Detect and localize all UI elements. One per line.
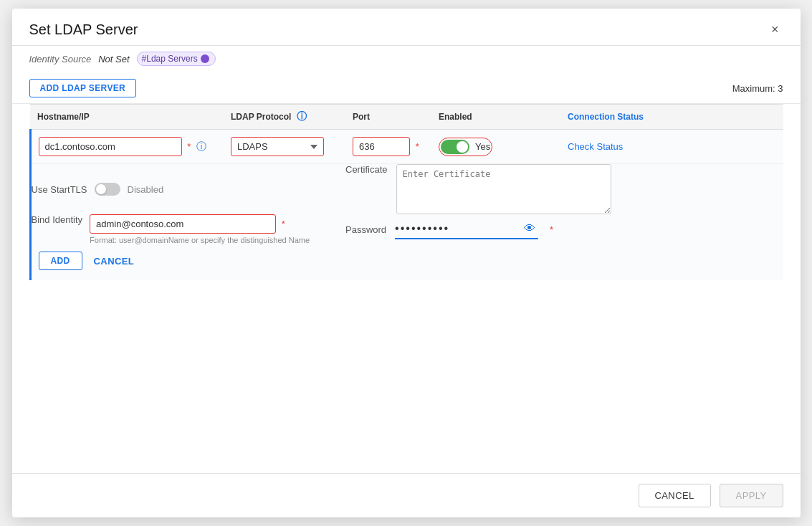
bind-identity-field-wrap: * Format: user@domainName or specify the…: [90, 214, 310, 244]
port-required-star: *: [416, 141, 419, 152]
enabled-toggle-border: Yes: [439, 138, 492, 156]
cancel-inline-button[interactable]: CANCEL: [94, 256, 135, 267]
footer-cancel-button[interactable]: CANCEL: [639, 484, 711, 507]
protocol-select[interactable]: LDAPS LDAP: [231, 137, 324, 156]
tag-dot-icon: [201, 54, 209, 63]
starttls-toggle[interactable]: [95, 183, 120, 196]
dialog-header: Set LDAP Server ×: [12, 9, 801, 46]
identity-not-set: Not Set: [98, 54, 129, 64]
check-status-link[interactable]: Check Status: [568, 141, 623, 152]
starttls-cell: Use StartTLS Disabled: [30, 164, 345, 215]
action-buttons-cell: ADD CANCEL: [30, 244, 783, 280]
footer-apply-button: APPLY: [720, 484, 783, 507]
bind-password-row: Bind Identity * Format: user@domainName …: [30, 214, 783, 244]
dialog-title: Set LDAP Server: [29, 21, 138, 38]
protocol-cell: LDAPS LDAP: [224, 130, 345, 164]
port-cell: *: [345, 130, 431, 164]
certificate-row: Certificate: [345, 164, 783, 214]
certificate-cell: Certificate: [345, 164, 783, 215]
starttls-cert-row: Use StartTLS Disabled Certificate: [30, 164, 783, 215]
maximum-label: Maximum: 3: [732, 83, 783, 94]
hostname-cell: * ⓘ: [30, 130, 224, 164]
table-area: Hostname/IP LDAP Protocol ⓘ Port Enabled…: [12, 104, 801, 473]
certificate-label: Certificate: [345, 164, 388, 175]
bind-required-star: *: [282, 219, 285, 229]
action-row: ADD CANCEL: [32, 244, 783, 280]
ldap-entry-row: * ⓘ LDAPS LDAP *: [30, 130, 783, 164]
protocol-info-icon[interactable]: ⓘ: [297, 110, 307, 122]
close-button[interactable]: ×: [767, 21, 783, 37]
bind-format-hint: Format: user@domainName or specify the d…: [90, 236, 310, 244]
add-button[interactable]: ADD: [39, 252, 82, 270]
toolbar: ADD LDAP SERVER Maximum: 3: [12, 73, 801, 104]
ldap-servers-tag[interactable]: #Ldap Servers: [137, 52, 216, 66]
bind-identity-label: Bind Identity: [32, 214, 83, 225]
password-eye-icon[interactable]: 👁: [524, 222, 535, 235]
connection-status-cell: Check Status: [560, 130, 783, 164]
password-label: Password: [345, 224, 386, 235]
starttls-disabled-label: Disabled: [128, 184, 164, 195]
starttls-label: Use StartTLS: [32, 184, 87, 195]
port-input[interactable]: [353, 137, 410, 156]
table-header-row: Hostname/IP LDAP Protocol ⓘ Port Enabled…: [30, 105, 783, 130]
starttls-row: Use StartTLS Disabled: [32, 183, 346, 196]
col-header-hostname: Hostname/IP: [30, 105, 224, 130]
password-input[interactable]: [395, 219, 538, 238]
action-buttons-row: ADD CANCEL: [30, 244, 783, 280]
certificate-textarea[interactable]: [396, 164, 611, 214]
starttls-toggle-thumb: [96, 184, 106, 194]
enabled-yes-label: Yes: [475, 141, 490, 152]
bind-identity-input[interactable]: [90, 214, 276, 234]
password-cell: Password 👁 *: [345, 214, 783, 244]
col-header-port: Port: [345, 105, 431, 130]
bind-identity-cell: Bind Identity * Format: user@domainName …: [30, 214, 345, 244]
hostname-info-icon[interactable]: ⓘ: [196, 140, 206, 152]
set-ldap-server-dialog: Set LDAP Server × Identity Source Not Se…: [12, 9, 801, 517]
add-ldap-server-button[interactable]: ADD LDAP SERVER: [29, 79, 137, 97]
enabled-toggle-switch[interactable]: [441, 140, 469, 154]
enabled-cell: Yes: [431, 130, 560, 164]
col-header-enabled: Enabled: [431, 105, 560, 130]
enabled-toggle-wrap[interactable]: Yes: [441, 140, 490, 154]
identity-source-label: Identity Source: [29, 54, 92, 64]
hostname-input[interactable]: [39, 137, 182, 156]
bind-identity-wrap: Bind Identity * Format: user@domainName …: [32, 214, 346, 244]
hostname-required-star: *: [187, 141, 191, 152]
password-row: Password 👁 *: [345, 219, 783, 239]
password-input-wrap: 👁: [395, 219, 538, 239]
col-header-protocol: LDAP Protocol ⓘ: [224, 105, 345, 130]
identity-row: Identity Source Not Set #Ldap Servers: [12, 46, 801, 73]
password-required-star: *: [550, 224, 553, 235]
toggle-slider: [441, 140, 469, 154]
col-header-connection-status: Connection Status: [560, 105, 783, 130]
ldap-table: Hostname/IP LDAP Protocol ⓘ Port Enabled…: [29, 104, 783, 280]
dialog-footer: CANCEL APPLY: [12, 473, 801, 517]
tag-text: #Ldap Servers: [142, 54, 198, 64]
